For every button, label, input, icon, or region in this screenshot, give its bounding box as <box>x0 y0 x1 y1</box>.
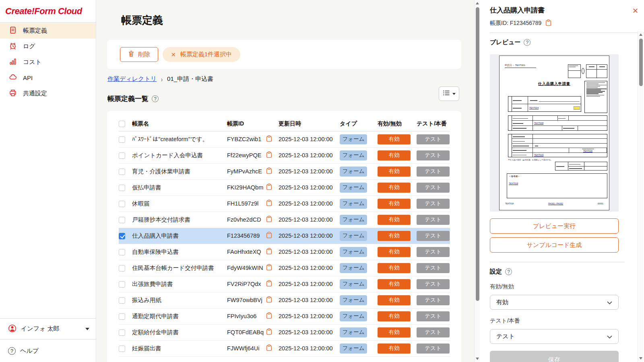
sidebar-item-logs[interactable]: ログ <box>0 39 96 54</box>
copy-id-icon[interactable] <box>266 344 272 352</box>
row-checkbox[interactable] <box>119 281 125 288</box>
main-scrollbar-thumb[interactable] <box>476 7 479 301</box>
view-options-button[interactable] <box>439 86 459 101</box>
row-checkbox[interactable] <box>119 346 125 352</box>
copy-id-icon[interactable] <box>545 19 551 27</box>
detail-form-id: 帳票ID: F123456789 <box>490 20 541 27</box>
table-row[interactable]: 通勤定期代申請書 FPIvIyu3o6 2025-12-03 12:00:00 … <box>119 308 450 324</box>
row-checkbox[interactable] <box>119 329 125 336</box>
copy-id-icon[interactable] <box>266 135 272 143</box>
table-row[interactable]: 育児・介護休業申請書 FyMPvAzhcE 2025-12-03 12:00:0… <box>119 163 450 179</box>
mode-select[interactable]: テスト <box>490 329 619 344</box>
form-updated-cell: 2025-12-03 12:00:00 <box>279 324 340 340</box>
type-badge: フォーム <box>340 134 367 144</box>
table-row[interactable]: 自動車保険申込書 FAoHhxteXQ 2025-12-03 12:00:00 … <box>119 244 450 260</box>
selection-count-badge[interactable]: 帳票定義1件選択中 <box>163 47 240 62</box>
enabled-badge: 有効 <box>378 279 411 289</box>
table-row[interactable]: 仮払申請書 FKI29HAQbm 2025-12-03 12:00:00 フォー… <box>119 179 450 195</box>
copy-id-icon[interactable] <box>266 183 272 191</box>
form-name-cell: 住民基本台帳カード交付申請書 <box>132 260 227 276</box>
table-row[interactable]: 定額給付金申請書 FQT0FdEABq 2025-12-03 12:00:00 … <box>119 324 450 340</box>
table-row[interactable]: 戸籍謄抄本交付請求書 Fz0vhe2dCD 2025-12-03 12:00:0… <box>119 212 450 228</box>
enabled-badge: 有効 <box>378 150 411 160</box>
form-name-cell: 仕入品購入申請書 <box>132 228 227 244</box>
user-menu[interactable]: インフォ 太郎 <box>0 318 96 339</box>
sidebar-item-help[interactable]: ヘルプ <box>0 339 96 362</box>
delete-button-label: 削除 <box>138 51 150 58</box>
table-row[interactable]: 妊娠届出書 FJWWfj64Ui 2025-12-03 12:00:00 フォー… <box>119 340 450 356</box>
table-row[interactable]: 休暇届 FH1L597z9l 2025-12-03 12:00:00 フォーム … <box>119 195 450 212</box>
row-checkbox[interactable] <box>119 136 125 143</box>
run-preview-button[interactable]: プレビュー実行 <box>490 218 619 234</box>
enabled-badge: 有効 <box>378 167 411 177</box>
form-updated-cell: 2025-12-03 12:00:00 <box>279 308 340 324</box>
copy-id-icon[interactable] <box>266 264 272 272</box>
copy-id-icon[interactable] <box>266 167 272 175</box>
row-checkbox[interactable] <box>119 233 125 239</box>
row-checkbox[interactable] <box>119 297 125 304</box>
row-checkbox[interactable] <box>119 201 125 207</box>
sidebar-item-api[interactable]: API <box>0 70 96 86</box>
copy-id-icon[interactable] <box>266 232 272 240</box>
main-scrollbar[interactable] <box>474 0 480 362</box>
row-checkbox[interactable] <box>119 152 125 159</box>
help-circle-icon[interactable] <box>505 268 512 275</box>
row-checkbox[interactable] <box>119 185 125 191</box>
copy-id-icon[interactable] <box>266 280 272 288</box>
scroll-up-icon[interactable] <box>639 33 642 36</box>
table-row[interactable]: 仕入品購入申請書 F123456789 2025-12-03 12:00:00 … <box>119 228 450 244</box>
row-checkbox[interactable] <box>119 169 125 175</box>
scroll-down-icon[interactable] <box>639 357 642 360</box>
copy-id-icon[interactable] <box>266 312 272 320</box>
table-header-row: 帳票名 帳票ID 更新日時 タイプ 有効/無効 テスト/本番 <box>119 117 450 131</box>
type-badge: フォーム <box>340 199 367 209</box>
clear-selection-icon[interactable] <box>171 51 176 58</box>
copy-id-icon[interactable] <box>266 328 272 336</box>
sidebar-nav: 帳票定義 ログ コスト API 共通設定 <box>0 23 96 101</box>
sidebar-item-label: API <box>23 74 33 81</box>
table-row[interactable]: ポイントカード入会申込書 Ff22ewyPQE 2025-12-03 12:00… <box>119 147 450 163</box>
copy-id-icon[interactable] <box>266 296 272 304</box>
user-name: インフォ 太郎 <box>21 325 60 333</box>
breadcrumb-root-link[interactable]: 作業ディレクトリ <box>107 75 157 83</box>
row-checkbox[interactable] <box>119 249 125 255</box>
scroll-up-icon[interactable] <box>476 2 479 4</box>
table-row[interactable]: 振込み用紙 FW97owbBVj 2025-12-03 12:00:00 フォー… <box>119 292 450 308</box>
table-row[interactable]: 住民基本台帳カード交付申請書 FdyW49kWIN 2025-12-03 12:… <box>119 260 450 276</box>
copy-id-icon[interactable] <box>266 216 272 224</box>
help-circle-icon[interactable] <box>524 39 530 46</box>
sidebar-item-common-settings[interactable]: 共通設定 <box>0 86 96 101</box>
save-button[interactable]: 保存 <box>490 351 619 362</box>
table-row[interactable]: 出張旅費申請書 FV2RiP7Qdx 2025-12-03 12:00:00 フ… <box>119 276 450 292</box>
row-checkbox[interactable] <box>119 265 125 272</box>
sidebar-item-form-definitions[interactable]: 帳票定義 <box>0 23 96 39</box>
mode-badge: テスト <box>417 343 450 354</box>
select-all-checkbox[interactable] <box>119 121 125 127</box>
scroll-down-icon[interactable] <box>476 358 479 360</box>
close-panel-icon[interactable] <box>632 6 638 15</box>
enabled-badge: 有効 <box>378 231 411 241</box>
table-row[interactable]: ﾊﾟｽﾜｰﾄﾞは"createform"です。 FYBZC2wib1 2025-… <box>119 131 450 147</box>
purchase-table: TEXT016 TEXT015 <box>508 134 607 157</box>
highlight-field <box>574 106 580 110</box>
form-id-cell: FyMPvAzhcE <box>227 163 266 179</box>
form-id-cell: FdyW49kWIN <box>227 260 266 276</box>
mode-badge: テスト <box>417 311 450 321</box>
help-circle-icon[interactable] <box>152 95 159 102</box>
copy-id-icon[interactable] <box>266 248 272 256</box>
generate-sample-code-button[interactable]: サンプルコード生成 <box>490 237 619 253</box>
main-content: 帳票定義 削除 帳票定義1件選択中 作業ディレクトリ › 01_申請・申込書 帳… <box>97 0 474 362</box>
enabled-select[interactable]: 有効 <box>490 295 619 310</box>
copy-id-icon[interactable] <box>266 151 272 159</box>
panel-scrollbar-thumb[interactable] <box>639 39 643 86</box>
form-id-cell: FH1L597z9l <box>227 195 266 212</box>
form-id-cell: Fz0vhe2dCD <box>227 212 266 228</box>
panel-scrollbar[interactable] <box>638 31 643 362</box>
row-checkbox[interactable] <box>119 217 125 223</box>
row-checkbox[interactable] <box>119 313 125 320</box>
copy-id-icon[interactable] <box>266 200 272 208</box>
mode-badge: テスト <box>417 150 450 160</box>
delete-button[interactable]: 削除 <box>120 47 158 62</box>
info-box <box>584 81 607 113</box>
sidebar-item-cost[interactable]: コスト <box>0 54 96 70</box>
